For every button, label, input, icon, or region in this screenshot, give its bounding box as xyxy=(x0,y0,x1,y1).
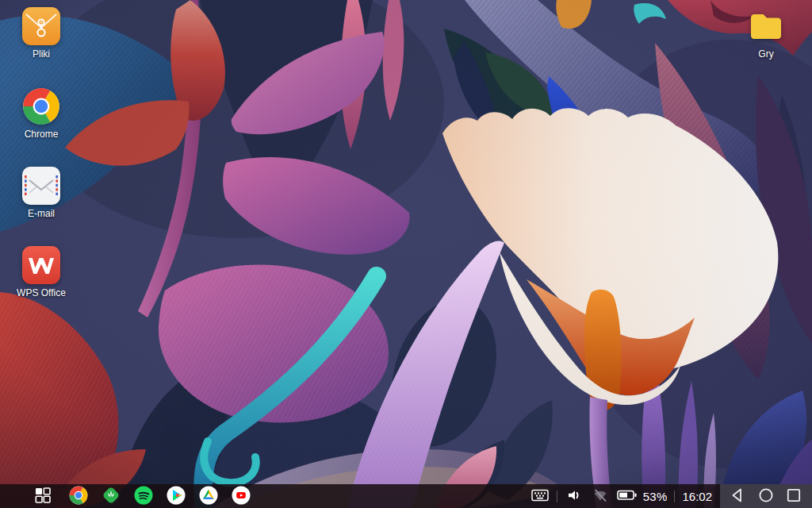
system-tray: 53% 16:02 xyxy=(530,487,720,506)
desktop-shortcut-wps-office[interactable]: WPS Office xyxy=(11,246,71,298)
battery-icon xyxy=(617,487,638,505)
keyboard-icon xyxy=(531,489,549,504)
feedly-icon xyxy=(102,486,121,507)
app-grid-icon xyxy=(35,487,51,506)
recents-icon xyxy=(784,486,803,507)
desktop-screen: Pliki Chrome xyxy=(0,0,812,508)
home-icon xyxy=(756,486,776,507)
taskbar-app-youtube[interactable] xyxy=(232,487,251,506)
shortcut-label: WPS Office xyxy=(17,288,66,298)
taskbar-app-feedly[interactable] xyxy=(102,487,121,506)
tray-separator xyxy=(557,491,557,502)
taskbar-app-spotify[interactable] xyxy=(134,487,153,506)
back-icon xyxy=(729,486,748,507)
shortcut-label: E-mail xyxy=(28,209,55,219)
battery-indicator: 53% xyxy=(617,487,668,505)
clock[interactable]: 16:02 xyxy=(682,490,712,503)
google-play-icon xyxy=(167,486,186,507)
home-button[interactable] xyxy=(756,487,776,506)
folder-label: Gry xyxy=(758,49,773,60)
chrome-icon xyxy=(22,87,60,125)
keyboard-button[interactable] xyxy=(530,487,550,506)
wps-office-icon xyxy=(22,246,60,284)
wallpaper-image xyxy=(0,0,812,508)
taskbar-app-chrome[interactable] xyxy=(69,487,88,506)
desktop-shortcut-chrome[interactable]: Chrome xyxy=(11,87,71,140)
recents-button[interactable] xyxy=(784,487,803,506)
app-launcher-button[interactable] xyxy=(33,487,52,506)
shortcut-label: Chrome xyxy=(25,129,59,140)
shortcut-label: Pliki xyxy=(33,49,50,60)
taskbar-apps xyxy=(69,487,251,506)
taskbar-app-google-drive[interactable] xyxy=(199,487,218,506)
folder-icon xyxy=(747,7,785,45)
battery-percentage: 53% xyxy=(643,490,668,503)
google-drive-icon xyxy=(199,486,218,507)
volume-button[interactable] xyxy=(565,487,584,506)
youtube-icon xyxy=(232,486,251,507)
taskbar-app-google-play[interactable] xyxy=(167,487,186,506)
desktop-shortcut-email[interactable]: E-mail xyxy=(11,167,71,219)
chrome-icon xyxy=(69,486,88,507)
desktop-shortcut-pliki[interactable]: Pliki xyxy=(11,7,71,60)
navigation-bar xyxy=(720,484,812,508)
email-icon xyxy=(22,167,60,205)
wifi-off-icon xyxy=(592,488,608,505)
volume-icon xyxy=(566,488,582,505)
back-button[interactable] xyxy=(729,487,748,506)
wallpaper-art xyxy=(0,0,812,508)
spotify-icon xyxy=(134,486,153,507)
wifi-off-button[interactable] xyxy=(591,487,610,506)
tray-separator xyxy=(674,491,675,502)
taskbar: 53% 16:02 xyxy=(0,484,812,508)
file-manager-icon xyxy=(22,7,60,45)
desktop-folder-gry[interactable]: Gry xyxy=(736,7,796,60)
